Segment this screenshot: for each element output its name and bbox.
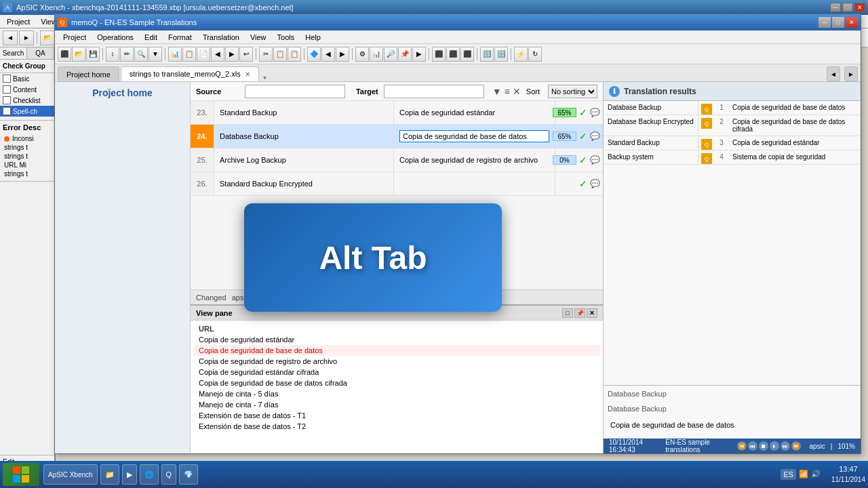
view-pane-close-btn[interactable]: ✕ [587, 308, 597, 318]
audio-btn-5[interactable]: ⏭ [781, 441, 790, 451]
mq-tb-27[interactable]: ⬛ [460, 47, 474, 62]
error-item-2[interactable]: strings t [3, 152, 52, 161]
mq-tb-18[interactable]: ◀ [321, 47, 335, 62]
sound-icon[interactable]: 🔊 [811, 470, 821, 479]
taskbar-media-btn[interactable]: ▶ [122, 464, 137, 485]
taskbar-apsic-btn[interactable]: ApSIC Xbench [43, 464, 98, 485]
list-item[interactable]: Extensión de base de datos - T2 [193, 421, 600, 432]
tab-qa[interactable]: QA [27, 47, 54, 59]
tb-open[interactable]: 📂 [40, 30, 55, 45]
checklist-checkbox[interactable] [3, 96, 11, 104]
spellcheck-checkbox[interactable]: ✓ [3, 107, 11, 115]
mq-tb-26[interactable]: ⬛ [446, 47, 460, 62]
mq-tb-21[interactable]: 📊 [370, 47, 383, 62]
sort-select[interactable]: No sorting [548, 85, 597, 98]
maximize-btn[interactable]: □ [842, 3, 853, 12]
audio-btn-1[interactable]: ⏪ [737, 441, 747, 451]
error-item-1[interactable]: strings t [3, 143, 52, 152]
sidebar-item-checklist[interactable]: Checklist [0, 95, 54, 106]
tab-close-btn[interactable]: ✕ [245, 70, 250, 78]
audio-btn-4[interactable]: ⏵ [770, 441, 779, 451]
taskbar-quicktime-btn[interactable]: Q [161, 464, 177, 485]
memoq-close-btn[interactable]: ✕ [846, 17, 858, 28]
mq-tb-22[interactable]: 🔎 [384, 47, 397, 62]
close-btn[interactable]: ✕ [854, 3, 865, 12]
mq-tb-11[interactable]: ◀ [211, 47, 224, 62]
tb-back[interactable]: ◄ [3, 30, 18, 45]
tab-project-home[interactable]: Project home [58, 66, 119, 81]
tb-fwd[interactable]: ► [19, 30, 34, 45]
tab-nav-right[interactable]: ► [844, 66, 858, 81]
list-item[interactable]: Copia de seguridad de base de datos cifr… [193, 378, 600, 388]
memoq-maximize-btn[interactable]: □ [832, 17, 844, 28]
minimize-btn[interactable]: ─ [830, 3, 841, 12]
filter-icon[interactable]: ▼ [492, 86, 502, 97]
mq-tb-25[interactable]: ⬛ [432, 47, 446, 62]
mq-tb-8[interactable]: 📊 [168, 47, 182, 62]
tab-search[interactable]: Search [0, 47, 27, 59]
mq-tb-16[interactable]: 📋 [288, 47, 301, 62]
mq-tb-24[interactable]: ▶ [412, 47, 426, 62]
taskbar-chrome-btn[interactable]: 🌐 [140, 464, 159, 485]
audio-btn-2[interactable]: ⏮ [748, 441, 757, 451]
list-item[interactable]: Manejo de cinta - 7 días [193, 399, 600, 410]
menu-project[interactable]: Project [1, 16, 35, 27]
audio-btn-3[interactable]: ⏹ [759, 441, 768, 451]
filter-clear-icon[interactable]: ✕ [513, 86, 521, 97]
sidebar-item-spellcheck[interactable]: ✓ Spell-ch [0, 106, 54, 117]
mq-tb-31[interactable]: ↻ [528, 47, 542, 62]
target-filter-input[interactable] [384, 85, 484, 98]
comment-icon-23[interactable]: 💬 [590, 108, 600, 117]
mq-tb-19[interactable]: ▶ [336, 47, 349, 62]
row-target-24[interactable] [394, 125, 555, 148]
memoq-menu-tools[interactable]: Tools [272, 32, 300, 43]
mq-tb-17[interactable]: 🔷 [307, 47, 321, 62]
mq-tb-23[interactable]: 📌 [398, 47, 412, 62]
sidebar-item-content[interactable]: Content [0, 84, 54, 95]
comment-icon-26[interactable]: 💬 [590, 179, 600, 188]
filter-options-icon[interactable]: ≡ [505, 86, 510, 97]
list-item[interactable]: Manejo de cinta - 5 días [193, 388, 600, 399]
memoq-menu-project[interactable]: Project [58, 32, 92, 43]
mq-tb-15[interactable]: 📋 [273, 47, 287, 62]
list-item[interactable]: Extensión de base de datos - T1 [193, 410, 600, 421]
list-item[interactable]: Copia de seguridad de base de datos [193, 345, 600, 356]
memoq-menu-help[interactable]: Help [300, 32, 326, 43]
mq-tb-28[interactable]: 🔢 [480, 47, 494, 62]
content-checkbox[interactable] [3, 85, 11, 94]
comment-icon-24[interactable]: 💬 [590, 131, 600, 141]
tab-strings[interactable]: strings to translate_memoQ_2.xls ✕ [121, 66, 259, 81]
row-target-26[interactable] [394, 172, 555, 195]
mq-tb-13[interactable]: ↩ [239, 47, 253, 62]
view-pane-float-btn[interactable]: □ [562, 308, 573, 318]
memoq-minimize-btn[interactable]: ─ [818, 17, 831, 28]
error-item-0[interactable]: Inconsi [3, 134, 52, 143]
mq-tb-9[interactable]: 📋 [182, 47, 196, 62]
memoq-menu-operations[interactable]: Operations [92, 32, 139, 43]
mq-tb-20[interactable]: ⚙ [355, 47, 369, 62]
memoq-menu-translation[interactable]: Translation [197, 32, 245, 43]
error-item-4[interactable]: strings t [3, 169, 52, 178]
sidebar-item-basic[interactable]: Basic [0, 73, 54, 84]
mq-tb-1[interactable]: ⬛ [58, 47, 71, 62]
list-item[interactable]: Copia de seguridad estándar [193, 334, 600, 345]
tab-nav-left[interactable]: ◄ [827, 66, 840, 81]
mq-tb-29[interactable]: 🔡 [494, 47, 508, 62]
memoq-menu-view[interactable]: View [245, 32, 272, 43]
comment-icon-25[interactable]: 💬 [590, 155, 600, 165]
view-pane-pin-btn[interactable]: 📌 [574, 308, 585, 318]
mq-tb-30[interactable]: ⚡ [514, 47, 528, 62]
memoq-menu-format[interactable]: Format [163, 32, 197, 43]
mq-tb-10[interactable]: 📄 [197, 47, 210, 62]
audio-btn-6[interactable]: ⏩ [791, 441, 801, 451]
row-target-25[interactable]: Copia de seguridad de registro de archiv… [394, 148, 555, 171]
memoq-menu-edit[interactable]: Edit [139, 32, 163, 43]
list-item[interactable]: Copia de seguridad estándar cifrada [193, 367, 600, 378]
list-item[interactable]: Copia de seguridad de registro de archiv… [193, 356, 600, 367]
source-filter-input[interactable] [245, 85, 345, 98]
mq-tb-12[interactable]: ▶ [225, 47, 239, 62]
taskbar-explorer-btn[interactable]: 📁 [100, 464, 119, 485]
basic-checkbox[interactable] [3, 75, 11, 83]
mq-tb-14[interactable]: ✂ [259, 47, 273, 62]
mq-tb-3[interactable]: 💾 [86, 47, 100, 62]
